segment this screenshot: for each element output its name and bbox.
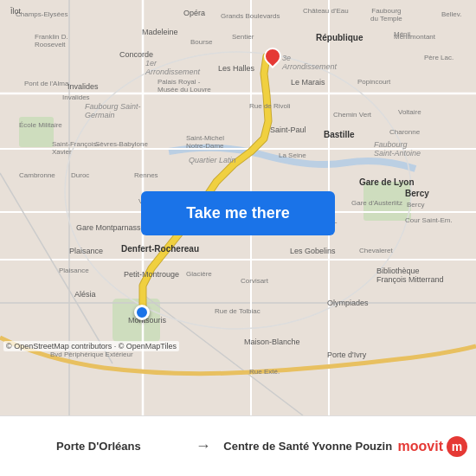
- map-container: Champs-Elysées Opéra Grands Boulevards C…: [0, 0, 476, 415]
- svg-rect-2: [113, 299, 160, 342]
- origin-pin: [134, 305, 150, 320]
- map-copyright: © OpenStreetMap contributors · © OpenMap…: [3, 341, 179, 351]
- bottom-bar: Porte D'Orléans → Centre de Santé Yvonne…: [0, 415, 476, 476]
- take-me-there-button[interactable]: Take me there: [141, 191, 335, 235]
- moovit-logo: moovit m: [398, 436, 467, 457]
- svg-rect-1: [19, 117, 54, 147]
- route-from-label: Porte D'Orléans: [9, 440, 189, 453]
- route-to-label: Centre de Santé Yvonne Pouzin: [218, 440, 398, 453]
- svg-rect-3: [363, 182, 411, 221]
- moovit-text: moovit: [398, 439, 443, 454]
- route-arrow-icon: →: [196, 437, 211, 455]
- destination-pin: [264, 48, 281, 72]
- moovit-icon: m: [447, 436, 467, 457]
